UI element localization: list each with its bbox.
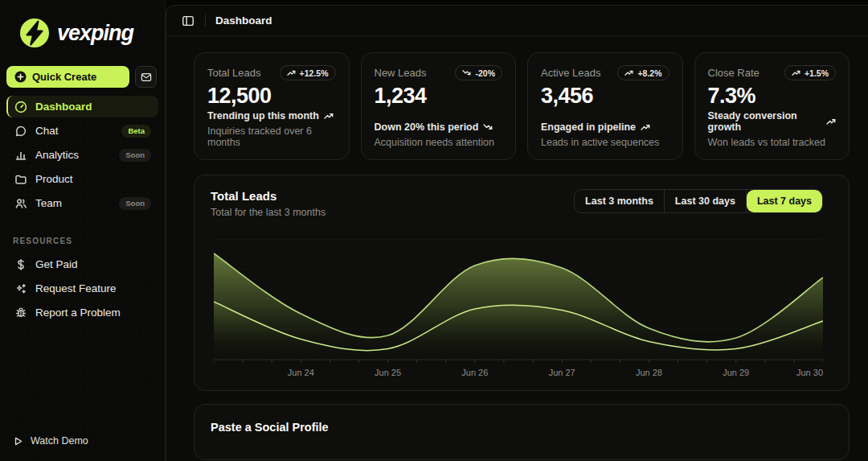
trend-badge: +8.2% <box>617 65 669 80</box>
x-axis-label: Jun 29 <box>723 368 749 377</box>
soon-badge: Soon <box>119 149 151 162</box>
sidebar-item-label: Analytics <box>35 149 79 161</box>
range-button-7-days[interactable]: Last 7 days <box>747 190 822 212</box>
trend-value: +1.5% <box>805 68 829 78</box>
stat-card-active-leads: Active Leads +8.2% 3,456 Engaged in pipe… <box>527 52 683 160</box>
social-profile-card: Paste a Social Profile <box>194 404 850 460</box>
chat-bubble-icon <box>14 124 27 138</box>
x-axis-label: Jun 26 <box>461 368 488 377</box>
sidebar-item-label: Request Feature <box>35 282 117 294</box>
page-title: Dashboard <box>215 14 272 27</box>
resources-section-label: RESOURCES <box>0 237 165 245</box>
x-axis-label: Jun 28 <box>636 368 662 377</box>
x-axis-labels: Jun 24Jun 25Jun 26Jun 27Jun 28Jun 29Jun … <box>214 368 823 381</box>
x-axis-label: Jun 30 <box>796 368 823 377</box>
trending-up-icon <box>792 68 800 77</box>
stat-line1: Trending up this month <box>207 110 319 121</box>
brand-name: vexping <box>57 21 133 46</box>
gauge-icon <box>14 100 27 113</box>
leads-area-chart: Jun 24Jun 25Jun 26Jun 27Jun 28Jun 29Jun … <box>214 239 823 381</box>
sidebar-nav: Dashboard Chat Beta Analytics Soon <box>0 96 165 214</box>
sidebar-item-label: Chat <box>35 125 59 137</box>
beta-badge: Beta <box>121 125 151 138</box>
trend-value: +12.5% <box>300 68 329 78</box>
total-leads-chart-card: Total Leads Total for the last 3 months … <box>194 175 850 391</box>
trend-value: +8.2% <box>637 68 661 78</box>
quick-create-button[interactable]: Quick Create <box>6 66 129 88</box>
range-button-3-months[interactable]: Last 3 months <box>575 190 665 212</box>
chart-title: Total Leads <box>211 189 326 203</box>
x-axis-label: Jun 25 <box>375 368 401 377</box>
stat-value: 1,234 <box>375 84 503 109</box>
trend-badge: -20% <box>455 65 502 80</box>
stat-line1: Down 20% this period <box>375 121 479 133</box>
sidebar-item-analytics[interactable]: Analytics Soon <box>6 144 158 166</box>
trend-badge: +1.5% <box>784 65 836 80</box>
sidebar-toggle-button[interactable] <box>181 14 195 28</box>
stat-value: 3,456 <box>541 84 669 109</box>
watch-demo-link[interactable]: Watch Demo <box>0 422 165 461</box>
stat-card-new-leads: New Leads -20% 1,234 Down 20% this perio… <box>361 52 517 160</box>
topbar: Dashboard <box>166 6 868 36</box>
bug-icon <box>14 306 27 319</box>
stat-label: Close Rate <box>708 65 760 79</box>
sidebar-item-label: Get Paid <box>35 258 78 270</box>
range-button-30-days[interactable]: Last 30 days <box>665 190 747 212</box>
trend-badge: +12.5% <box>280 65 336 80</box>
trending-up-icon <box>826 117 836 126</box>
brand-logo: vexping <box>0 0 165 64</box>
sidebar-item-get-paid[interactable]: Get Paid <box>6 253 158 275</box>
sidebar-item-team[interactable]: Team Soon <box>6 192 158 214</box>
chart-subtitle: Total for the last 3 months <box>211 207 326 218</box>
sparkles-icon <box>14 282 27 295</box>
trending-up-icon <box>641 122 650 132</box>
stat-card-close-rate: Close Rate +1.5% 7.3% Steady conversion … <box>694 52 850 160</box>
stat-line1: Engaged in pipeline <box>541 121 636 133</box>
stat-label: Active Leads <box>541 65 600 79</box>
stat-card-total-leads: Total Leads +12.5% 12,500 Trending up th… <box>194 52 350 160</box>
sidebar-item-label: Product <box>35 173 73 185</box>
sidebar-resources-nav: Get Paid Request Feature Report a Prob <box>0 253 165 323</box>
sidebar-item-label: Dashboard <box>35 101 92 113</box>
x-axis-ticks <box>214 360 823 363</box>
sidebar-item-label: Team <box>35 197 62 209</box>
sidebar: vexping Quick Create <box>0 0 166 461</box>
bar-chart-icon <box>14 148 27 162</box>
trending-down-icon <box>483 122 493 132</box>
soon-badge: Soon <box>119 197 151 210</box>
stat-line2: Inquiries tracked over 6 months <box>207 126 336 148</box>
plus-circle-icon <box>14 71 27 83</box>
stat-line2: Won leads vs total tracked <box>708 137 837 148</box>
inbox-mail-button[interactable] <box>135 66 157 88</box>
stat-value: 7.3% <box>708 84 837 109</box>
sidebar-item-product[interactable]: Product <box>6 168 158 190</box>
watch-demo-label: Watch Demo <box>31 435 88 447</box>
time-range-segmented-control: Last 3 months Last 30 days Last 7 days <box>574 189 823 213</box>
stat-label: Total Leads <box>207 65 261 79</box>
dashboard-content: Total Leads +12.5% 12,500 Trending up th… <box>166 36 868 460</box>
x-axis-label: Jun 24 <box>288 368 314 377</box>
sidebar-item-report-problem[interactable]: Report a Problem <box>6 302 158 323</box>
panel-left-icon <box>182 14 194 27</box>
sidebar-item-label: Report a Problem <box>35 307 121 319</box>
dollar-icon <box>14 257 27 271</box>
envelope-icon <box>141 72 152 83</box>
stat-line2: Acquisition needs attention <box>375 137 503 148</box>
stat-label: New Leads <box>375 65 427 79</box>
stat-line1: Steady conversion growth <box>708 110 822 133</box>
sidebar-item-dashboard[interactable]: Dashboard <box>6 96 158 117</box>
trending-up-icon <box>624 68 633 77</box>
x-axis-label: Jun 27 <box>549 368 575 377</box>
quick-create-label: Quick Create <box>32 71 96 83</box>
sidebar-item-chat[interactable]: Chat Beta <box>6 120 158 142</box>
main-panel: Dashboard Total Leads +12.5% 12 <box>166 5 868 461</box>
trending-up-icon <box>324 111 334 121</box>
topbar-divider <box>205 14 206 27</box>
users-icon <box>14 196 27 210</box>
stat-line2: Leads in active sequences <box>541 137 669 148</box>
trending-down-icon <box>462 68 471 77</box>
sidebar-item-request-feature[interactable]: Request Feature <box>6 278 158 299</box>
lightning-bolt-logo-icon <box>19 18 50 48</box>
social-card-title: Paste a Social Profile <box>211 421 833 434</box>
stats-row: Total Leads +12.5% 12,500 Trending up th… <box>194 52 850 160</box>
